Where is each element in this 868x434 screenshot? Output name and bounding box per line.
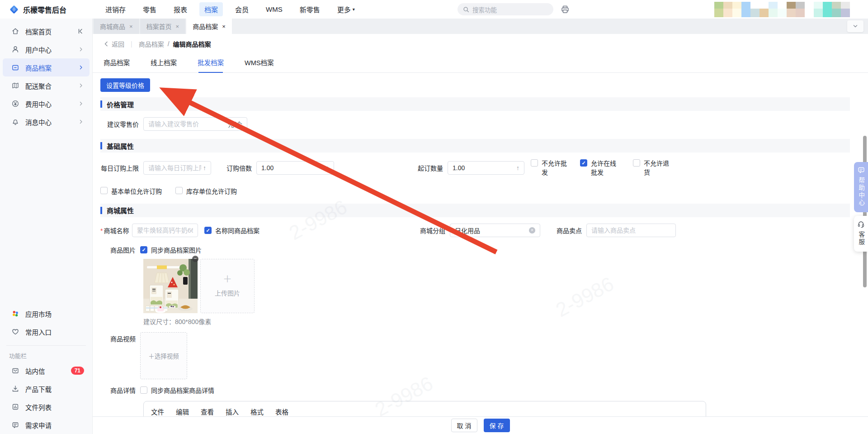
- sidebar-item-file-list[interactable]: 文件列表: [3, 398, 90, 416]
- sidebar-item-product-download[interactable]: 产品下载: [3, 380, 90, 398]
- mall-name-input[interactable]: [132, 224, 198, 237]
- unread-count-badge: 71: [71, 367, 84, 375]
- sidebar-item-label: 需求申请: [25, 420, 52, 430]
- clear-icon[interactable]: ×: [529, 227, 535, 234]
- checkbox-stock-unit-order[interactable]: 库存单位允许订购: [175, 186, 237, 196]
- subtab-wholesale-archive[interactable]: 批发档案: [198, 57, 224, 72]
- remove-image-icon[interactable]: −: [192, 256, 198, 262]
- checkbox-icon[interactable]: [175, 187, 183, 194]
- sidebar-item-delivery[interactable]: 配送聚合: [3, 76, 90, 95]
- nav-item-purchase[interactable]: 进销存: [100, 2, 131, 16]
- checkbox-icon[interactable]: [100, 187, 108, 194]
- global-search[interactable]: 搜索功能: [458, 3, 553, 15]
- field-label: 商品图片: [100, 245, 136, 254]
- daily-limit-input[interactable]: ↑: [143, 161, 211, 175]
- checkbox-icon[interactable]: ✓: [204, 227, 212, 234]
- sidebar-item-favorites[interactable]: 常用入口: [3, 323, 90, 341]
- section-title: 商城属性: [107, 205, 134, 215]
- save-button[interactable]: 保 存: [484, 419, 510, 432]
- checkbox-icon[interactable]: [140, 386, 147, 394]
- sidebar-item-fee-center[interactable]: 费用中心: [3, 95, 90, 113]
- selling-point-input[interactable]: [586, 224, 676, 237]
- sidebar-item-app-market[interactable]: 应用市场: [3, 305, 90, 323]
- set-level-price-button[interactable]: 设置等级价格: [100, 78, 150, 92]
- checkbox-icon[interactable]: ✓: [580, 159, 587, 167]
- min-order-qty-field[interactable]: [453, 164, 514, 172]
- field-label: 每日订购上限: [100, 163, 139, 172]
- stepper-up-icon[interactable]: ↑: [516, 164, 519, 172]
- stepper-up-icon[interactable]: ↑: [326, 164, 329, 172]
- nav-item-more[interactable]: 更多 ▾: [332, 2, 360, 16]
- tab-mall-goods[interactable]: 商城商品 ×: [94, 19, 139, 34]
- customer-service-button[interactable]: 客服: [854, 216, 868, 252]
- order-multiple-input[interactable]: ↑: [256, 161, 334, 175]
- nav-item-retail[interactable]: 零售: [138, 2, 161, 16]
- checkbox-base-unit-order[interactable]: 基本单位允许订购: [100, 186, 162, 196]
- checkbox-label: 名称同商品档案: [215, 226, 259, 235]
- sidebar-item-archive-home[interactable]: 档案首页: [3, 22, 90, 40]
- subtab-online-archive[interactable]: 线上档案: [151, 57, 177, 72]
- subtab-product-archive[interactable]: 商品档案: [104, 57, 130, 72]
- checkbox-sync-image[interactable]: ✓ 同步商品档案图片: [140, 245, 202, 254]
- breadcrumb-parent[interactable]: 商品档案: [139, 39, 164, 48]
- subtab-wms-archive[interactable]: WMS档案: [245, 57, 274, 72]
- nav-item-new-retail[interactable]: 新零售: [295, 2, 325, 16]
- tab-archive-home[interactable]: 档案首页 ×: [140, 19, 186, 34]
- brand-name: 乐檬零售后台: [23, 4, 66, 15]
- min-order-qty-input[interactable]: ↑: [448, 161, 524, 175]
- checkbox-label: 同步商品档案商品详情: [151, 386, 214, 395]
- printer-icon[interactable]: [561, 5, 570, 14]
- sidebar-item-request[interactable]: 需求申请: [3, 416, 90, 434]
- checkbox-no-return[interactable]: 不允许退货: [633, 159, 672, 177]
- field-label: 建议零售价: [100, 119, 139, 129]
- archive-subtabs: 商品档案 线上档案 批发档案 WMS档案: [93, 54, 868, 73]
- select-video-button[interactable]: ＋选择视频: [140, 332, 187, 379]
- back-button[interactable]: 返回: [104, 39, 124, 48]
- mall-name-field[interactable]: [137, 227, 193, 234]
- daily-limit-field[interactable]: [148, 164, 201, 172]
- close-tab-icon[interactable]: ×: [222, 24, 226, 29]
- nav-item-archive[interactable]: 档案: [199, 2, 223, 16]
- mall-group-field[interactable]: [455, 227, 527, 234]
- stepper-up-icon[interactable]: ↑: [203, 164, 206, 172]
- checkbox-same-name[interactable]: ✓ 名称同商品档案: [204, 226, 259, 235]
- editor-menu-table[interactable]: 表格: [275, 407, 288, 416]
- nav-item-report[interactable]: 报表: [169, 2, 192, 16]
- checkbox-icon[interactable]: [531, 159, 538, 167]
- close-tab-icon[interactable]: ×: [176, 24, 179, 29]
- suggest-price-field[interactable]: [148, 120, 226, 128]
- nav-item-wms[interactable]: WMS: [261, 3, 288, 15]
- checkbox-sync-detail[interactable]: 同步商品档案商品详情: [140, 386, 214, 395]
- close-tab-icon[interactable]: ×: [129, 24, 133, 29]
- product-image-thumbnail[interactable]: −: [143, 259, 198, 313]
- suggest-price-input[interactable]: 元/个: [143, 117, 247, 131]
- checkbox-no-wholesale[interactable]: 不允许批发: [531, 159, 570, 177]
- tab-product-archive[interactable]: 商品档案 ×: [186, 19, 232, 34]
- editor-menu-format[interactable]: 格式: [250, 407, 264, 416]
- checkbox-icon[interactable]: ✓: [140, 246, 147, 253]
- heart-icon: [11, 328, 20, 336]
- selling-point-field[interactable]: [591, 227, 671, 234]
- editor-menu-view[interactable]: 查看: [201, 407, 214, 416]
- tab-list-dropdown[interactable]: [847, 20, 863, 32]
- checkbox-icon[interactable]: [633, 159, 640, 167]
- section-title: 价格管理: [107, 100, 134, 109]
- editor-menu-insert[interactable]: 插入: [226, 407, 239, 416]
- customer-service-label: 客服: [858, 231, 864, 246]
- search-placeholder: 搜索功能: [472, 5, 497, 14]
- editor-menu-file[interactable]: 文件: [151, 407, 164, 416]
- cancel-button[interactable]: 取 消: [451, 419, 477, 432]
- collapse-sidebar-icon[interactable]: [77, 28, 84, 35]
- mall-group-input[interactable]: ×: [450, 224, 540, 237]
- upload-image-button[interactable]: ＋ 上传图片: [200, 259, 255, 313]
- editor-menu-edit[interactable]: 编辑: [176, 407, 189, 416]
- checkbox-allow-online-wholesale[interactable]: ✓ 允许在线批发: [580, 159, 619, 177]
- order-multiple-field[interactable]: [261, 164, 324, 172]
- sidebar-item-user-center[interactable]: 用户中心: [3, 40, 90, 58]
- sidebar-item-message-center[interactable]: 消息中心: [3, 113, 90, 131]
- sidebar-item-product-archive[interactable]: 商品档案: [3, 58, 90, 76]
- sidebar-item-inbox[interactable]: 站内信 71: [3, 362, 90, 380]
- help-center-button[interactable]: 帮助中心: [854, 162, 868, 212]
- checkbox-label: 库存单位允许订购: [186, 186, 237, 196]
- nav-item-member[interactable]: 会员: [230, 2, 254, 16]
